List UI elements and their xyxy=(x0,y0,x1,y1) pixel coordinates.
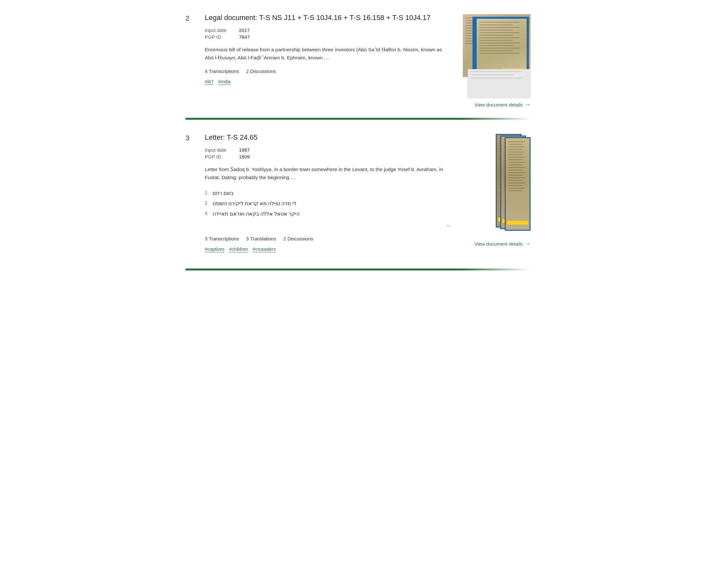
result-stats-3: 3 Transcriptions 3 Translations 2 Discus… xyxy=(205,236,450,241)
result-description-2: Enormous bill of release from a partners… xyxy=(205,45,450,62)
page-container: 2 Legal document: T-S NS J11 + T-S 10J4.… xyxy=(179,0,537,270)
tag-india[interactable]: #india xyxy=(218,79,231,85)
result-meta-row-pgp-3: PGP ID 1809 xyxy=(205,154,450,160)
result-content-3: Letter: T-S 24.65 Input date 1987 PGP ID… xyxy=(205,133,460,259)
result-item-3: 3 Letter: T-S 24.65 Input date 1987 PGP … xyxy=(186,120,530,269)
pgp-id-label-2: PGP ID xyxy=(205,34,234,40)
transcription-num-2: 2 xyxy=(205,198,208,209)
view-details-label-3: View document details xyxy=(474,241,523,247)
input-date-value-3: 1987 xyxy=(239,147,249,153)
input-date-value-2: 2017 xyxy=(239,27,249,33)
transcription-ellipsis: ... xyxy=(205,219,450,229)
result-meta-2: Input date 2017 PGP ID 7847 xyxy=(205,27,450,40)
input-date-label-3: Input date xyxy=(205,147,234,153)
input-date-label-2: Input date xyxy=(205,27,234,33)
transcription-text-3: היקר אטאל אללה בקאה ואדאם תאיידה xyxy=(213,209,300,219)
discussions-count-3: 2 Discussions xyxy=(283,236,313,241)
result-meta-row-pgp-2: PGP ID 7847 xyxy=(205,34,450,40)
transcriptions-count-2: 4 Transcriptions xyxy=(205,68,239,74)
view-details-3[interactable]: View document details → xyxy=(474,240,530,247)
result-meta-row-date-2: Input date 2017 xyxy=(205,27,450,33)
pgp-id-value-2: 7847 xyxy=(239,34,249,40)
transcription-num-1: 1 xyxy=(205,188,208,198)
transcription-text-2: לי מדה טוילה מא קראת ליקירנו השופט xyxy=(213,198,297,209)
result-tags-3: #captives #children #crusaders xyxy=(205,247,450,252)
transcription-num-3: 3 xyxy=(205,209,208,219)
transcription-preview-3: בשם רחם 1 לי מדה טוילה מא קראת ליקירנו ה… xyxy=(205,188,450,229)
result-image-3: View document details → xyxy=(460,133,530,259)
tag-captives[interactable]: #captives xyxy=(205,247,224,252)
transcription-line-2: לי מדה טוילה מא קראת ליקירנו השופט 2 xyxy=(205,198,450,209)
result-title-2: Legal document: T-S NS J11 + T-S 10J4.16… xyxy=(205,13,450,23)
result-content-2: Legal document: T-S NS J11 + T-S 10J4.16… xyxy=(205,13,460,108)
transcription-text-1: בשם רחם xyxy=(213,188,234,198)
transcriptions-count-3: 3 Transcriptions xyxy=(205,236,239,241)
transcription-line-1: בשם רחם 1 xyxy=(205,188,450,198)
doc3-layer-1 xyxy=(505,137,530,231)
tag-crusaders[interactable]: #crusaders xyxy=(253,247,276,252)
view-details-arrow-2: → xyxy=(525,101,530,108)
document-image-stack-2 xyxy=(466,14,530,98)
result-tags-2: #ib7 #india xyxy=(205,79,450,85)
result-number-3: 3 xyxy=(186,133,205,259)
view-details-arrow-3: → xyxy=(525,240,530,247)
divider-3 xyxy=(186,269,530,270)
tag-children[interactable]: #children xyxy=(229,247,248,252)
result-image-2: View document details → xyxy=(460,13,530,108)
document-image-stack-3 xyxy=(492,134,530,237)
result-stats-2: 4 Transcriptions 2 Discussions xyxy=(205,68,450,74)
translations-count-3: 3 Translations xyxy=(246,236,276,241)
view-details-label-2: View document details xyxy=(474,102,523,107)
doc2-paper-layer xyxy=(477,19,527,75)
result-title-3: Letter: T-S 24.65 xyxy=(205,133,450,143)
result-number-2: 2 xyxy=(186,13,205,108)
result-meta-row-date-3: Input date 1987 xyxy=(205,147,450,153)
transcription-line-3: היקר אטאל אללה בקאה ואדאם תאיידה 3 xyxy=(205,209,450,219)
result-item-2: 2 Legal document: T-S NS J11 + T-S 10J4.… xyxy=(186,0,530,118)
view-details-2[interactable]: View document details → xyxy=(474,101,530,108)
result-meta-3: Input date 1987 PGP ID 1809 xyxy=(205,147,450,160)
tag-ib7[interactable]: #ib7 xyxy=(205,79,214,85)
pgp-id-value-3: 1809 xyxy=(239,154,249,160)
doc2-bottom-layer xyxy=(468,69,530,98)
discussions-count-2: 2 Discussions xyxy=(246,68,276,74)
pgp-id-label-3: PGP ID xyxy=(205,154,234,160)
result-description-3: Letter from Ṣadoq b. Yoshiyya, in a bord… xyxy=(205,165,450,182)
